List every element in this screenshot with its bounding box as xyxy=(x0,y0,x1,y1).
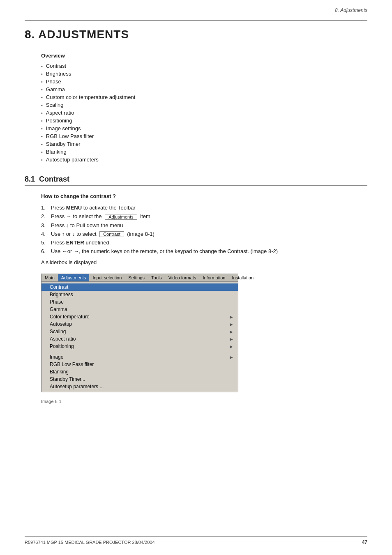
menu-topbar-item[interactable]: Information xyxy=(199,274,228,281)
menu-item[interactable]: Color temperature▶ xyxy=(42,313,238,320)
menu-item[interactable]: Image▶ xyxy=(42,353,238,361)
subsection-heading: How to change the contrast ? xyxy=(41,193,367,199)
menu-item[interactable]: Contrast xyxy=(42,283,238,291)
menu-item[interactable]: Aspect ratio▶ xyxy=(42,335,238,343)
overview-item: RGB Low Pass filter xyxy=(41,132,367,140)
step-item: 1.Press MENU to activate the Toolbar xyxy=(41,203,367,212)
menu-topbar-item[interactable]: Video formats xyxy=(165,274,200,281)
overview-item: Contrast xyxy=(41,62,367,70)
image-caption: Image 8-1 xyxy=(41,399,367,404)
overview-item: Autosetup parameters xyxy=(41,156,367,164)
header-label: 8. Adjustments xyxy=(335,7,367,13)
menu-topbar-item[interactable]: Installation xyxy=(228,274,257,281)
menu-separator xyxy=(42,350,238,353)
step-item: 3.Press ↓ to Pull down the menu xyxy=(41,221,367,230)
menu-body: ContrastBrightnessPhaseGammaColor temper… xyxy=(42,282,238,392)
section-title-bar: 8.1 Contrast xyxy=(25,175,367,186)
overview-item: Gamma xyxy=(41,85,367,93)
section-title: 8.1 Contrast xyxy=(25,175,69,183)
menu-item[interactable]: Blanking xyxy=(42,368,238,375)
overview-list: ContrastBrightnessPhaseGammaCustom color… xyxy=(41,62,367,164)
top-rule xyxy=(25,20,367,21)
menu-topbar: MainAdjustmentsInput selectionSettingsTo… xyxy=(42,274,238,282)
menu-topbar-item[interactable]: Input selection xyxy=(89,274,125,281)
submenu-arrow-icon: ▶ xyxy=(230,337,233,341)
overview-item: Standby Timer xyxy=(41,140,367,148)
submenu-arrow-icon: ▶ xyxy=(230,315,233,319)
step-indent: A sliderbox is displayed xyxy=(41,258,367,268)
footer-left: R5976741 MGP 15 MEDICAL GRADE PROJECTOR … xyxy=(25,540,155,545)
overview-item: Aspect ratio xyxy=(41,109,367,117)
chapter-title: 8. ADJUSTMENTS xyxy=(25,28,367,41)
step-item: 6.Use ←or →, the numeric keys on the rem… xyxy=(41,247,367,256)
menu-item[interactable]: Gamma xyxy=(42,306,238,313)
page: 8. Adjustments 8. ADJUSTMENTS Overview C… xyxy=(0,0,392,555)
menu-topbar-item[interactable]: Settings xyxy=(125,274,148,281)
page-footer: R5976741 MGP 15 MEDICAL GRADE PROJECTOR … xyxy=(25,537,367,545)
submenu-arrow-icon: ▶ xyxy=(230,322,233,327)
menu-topbar-item[interactable]: Tools xyxy=(148,274,165,281)
steps-list: 1.Press MENU to activate the Toolbar2.Pr… xyxy=(41,203,367,256)
step-item: 5.Press ENTER undefined xyxy=(41,238,367,247)
menu-topbar-item[interactable]: Main xyxy=(42,274,58,281)
menu-item[interactable]: Autosetup parameters ... xyxy=(42,383,238,390)
menu-item[interactable]: Scaling▶ xyxy=(42,328,238,335)
overview-item: Custom color temperature adjustment xyxy=(41,93,367,101)
overview-item: Positioning xyxy=(41,117,367,124)
menu-item[interactable]: Standby Timer... xyxy=(42,375,238,383)
overview-item: Phase xyxy=(41,78,367,85)
overview-item: Brightness xyxy=(41,70,367,78)
overview-item: Scaling xyxy=(41,101,367,109)
submenu-arrow-icon: ▶ xyxy=(230,329,233,334)
menu-item[interactable]: Autosetup▶ xyxy=(42,320,238,328)
step-item: 4.Use ↑ or ↓ to select Contrast (image 8… xyxy=(41,230,367,239)
menu-item[interactable]: Brightness xyxy=(42,291,238,298)
menu-item[interactable]: Positioning▶ xyxy=(42,343,238,350)
submenu-arrow-icon: ▶ xyxy=(230,355,233,359)
menu-item[interactable]: RGB Low Pass filter xyxy=(42,361,238,368)
overview-item: Image settings xyxy=(41,124,367,132)
menu-item[interactable]: Phase xyxy=(42,298,238,306)
menu-screenshot: MainAdjustmentsInput selectionSettingsTo… xyxy=(41,274,238,392)
overview-heading: Overview xyxy=(41,53,367,59)
menu-topbar-item[interactable]: Adjustments xyxy=(58,274,90,281)
page-header: 8. Adjustments xyxy=(335,7,367,13)
step-item: 2.Press → to select the Adjustments item xyxy=(41,212,367,221)
footer-right: 47 xyxy=(362,539,367,545)
overview-item: Blanking xyxy=(41,148,367,156)
submenu-arrow-icon: ▶ xyxy=(230,344,233,349)
